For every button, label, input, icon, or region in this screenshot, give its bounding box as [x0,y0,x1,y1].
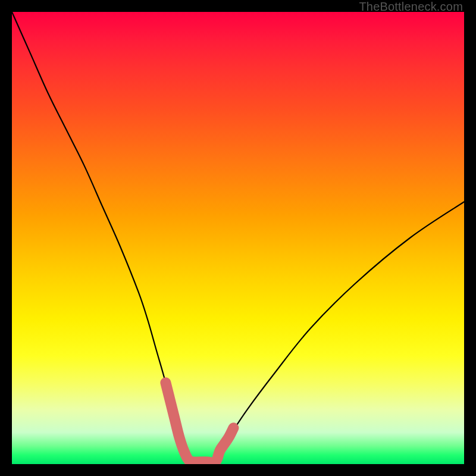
bottleneck-curve [12,12,464,463]
valley-highlight [165,383,233,463]
chart-svg [12,12,464,464]
plot-area [12,12,464,464]
chart-frame: TheBottleneck.com [0,0,476,476]
